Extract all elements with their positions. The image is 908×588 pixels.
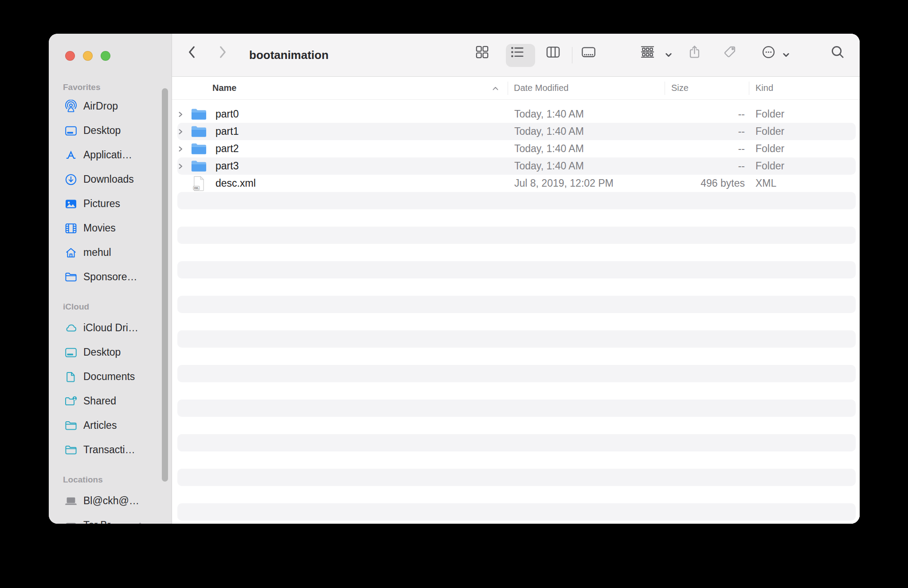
sidebar-sections: FavoritesAirDropDesktopApplicati…Downloa… xyxy=(49,82,172,524)
screen: FavoritesAirDropDesktopApplicati…Downloa… xyxy=(0,0,908,588)
sidebar-section-items: iCloud Dri…DesktopDocumentsSharedArticle… xyxy=(49,316,172,462)
group-button[interactable] xyxy=(640,44,661,66)
row-stripe xyxy=(177,469,856,486)
row-stripe xyxy=(177,400,856,417)
file-date-modified: Today, 1:40 AM xyxy=(514,140,584,157)
sidebar-item-label: Transacti… xyxy=(83,444,135,456)
search-button[interactable] xyxy=(830,44,851,66)
sidebar-item-label: Shared xyxy=(83,395,116,407)
eject-icon[interactable] xyxy=(135,521,145,524)
traffic-lights xyxy=(65,51,110,61)
gallery-view-button[interactable] xyxy=(581,44,602,66)
column-divider[interactable] xyxy=(508,82,508,95)
close-button[interactable] xyxy=(65,51,75,61)
share-button[interactable] xyxy=(687,44,708,66)
window-title: bootanimation xyxy=(249,48,329,62)
row-stripe xyxy=(177,192,856,209)
disclosure-chevron-icon[interactable] xyxy=(177,111,184,118)
sort-ascending-icon xyxy=(492,86,499,91)
disclosure-chevron-icon[interactable] xyxy=(177,146,184,152)
file-row-part2[interactable]: part2Today, 1:40 AM--Folder xyxy=(172,140,860,157)
file-row-part3[interactable]: part3Today, 1:40 AM--Folder xyxy=(172,157,860,175)
sidebar-item-airdrop[interactable]: AirDrop xyxy=(49,94,172,118)
sidebar-item-label: mehul xyxy=(83,247,111,259)
more-chevron-down-icon[interactable] xyxy=(783,51,790,59)
empty-row xyxy=(172,313,860,330)
disclosure-chevron-icon[interactable] xyxy=(177,163,184,169)
group-chevron-down-icon[interactable] xyxy=(665,51,673,59)
appstore-icon xyxy=(64,148,78,162)
sidebar-item-desktop[interactable]: Desktop xyxy=(49,118,172,143)
sidebar-item-label: Bl@ckh@… xyxy=(83,495,139,507)
sidebar-item-tor-br[interactable]: Tor Br xyxy=(49,513,172,524)
sidebar-item-articles[interactable]: Articles xyxy=(49,413,172,438)
downloads-icon xyxy=(64,172,78,187)
row-stripe xyxy=(177,434,856,451)
sidebar-item-desktop[interactable]: Desktop xyxy=(49,340,172,365)
folder-outline-icon xyxy=(64,419,78,433)
column-divider[interactable] xyxy=(665,82,665,95)
empty-row xyxy=(172,382,860,400)
forward-button[interactable] xyxy=(218,44,239,66)
row-stripe xyxy=(177,330,856,348)
sidebar-item-transacti[interactable]: Transacti… xyxy=(49,438,172,462)
sidebar-item-icloud-dri[interactable]: iCloud Dri… xyxy=(49,316,172,340)
column-divider[interactable] xyxy=(749,82,749,95)
list-view-button[interactable] xyxy=(510,44,531,66)
file-kind: Folder xyxy=(755,140,784,157)
file-kind: Folder xyxy=(755,106,784,123)
toolbar-divider xyxy=(572,47,572,63)
icon-view-button[interactable] xyxy=(474,44,496,66)
sidebar: FavoritesAirDropDesktopApplicati…Downloa… xyxy=(49,34,172,524)
row-stripe xyxy=(177,261,856,278)
sidebar-item-shared[interactable]: Shared xyxy=(49,389,172,413)
back-button[interactable] xyxy=(187,44,208,66)
disclosure-chevron-icon[interactable] xyxy=(177,129,184,135)
tag-button[interactable] xyxy=(722,44,743,66)
file-row-desc-xml[interactable]: XMLdesc.xmlJul 8, 2019, 12:02 PM496 byte… xyxy=(172,175,860,192)
empty-row xyxy=(172,503,860,521)
sidebar-item-pictures[interactable]: Pictures xyxy=(49,192,172,216)
empty-row xyxy=(172,330,860,348)
row-stripe xyxy=(177,365,856,382)
documents-icon xyxy=(64,370,78,384)
column-header-date-modified[interactable]: Date Modified xyxy=(514,77,568,99)
sidebar-item-mehul[interactable]: mehul xyxy=(49,240,172,265)
sidebar-section-locations: LocationsBl@ckh@…Tor Br xyxy=(49,474,172,524)
sidebar-item-label: AirDrop xyxy=(83,100,118,112)
column-header-name[interactable]: Name xyxy=(212,77,236,99)
svg-text:XML: XML xyxy=(194,187,199,189)
drive-icon xyxy=(64,518,78,524)
sidebar-section-icloud: iCloudiCloud Dri…DesktopDocumentsSharedA… xyxy=(49,302,172,462)
more-button[interactable] xyxy=(761,44,782,66)
empty-row xyxy=(172,486,860,503)
sidebar-item-downloads[interactable]: Downloads xyxy=(49,167,172,192)
sidebar-item-applicati[interactable]: Applicati… xyxy=(49,143,172,167)
empty-row xyxy=(172,365,860,382)
empty-row xyxy=(172,434,860,451)
sidebar-item-label: Desktop xyxy=(83,125,121,137)
sidebar-item-sponsore[interactable]: Sponsore… xyxy=(49,265,172,289)
file-size: 496 bytes xyxy=(665,175,749,192)
minimize-button[interactable] xyxy=(83,51,93,61)
empty-row xyxy=(172,244,860,261)
column-view-button[interactable] xyxy=(545,44,567,66)
sidebar-section-title: Locations xyxy=(63,474,172,485)
file-row-part0[interactable]: part0Today, 1:40 AM--Folder xyxy=(172,106,860,123)
zoom-button[interactable] xyxy=(101,51,110,61)
empty-row xyxy=(172,296,860,313)
empty-row xyxy=(172,227,860,244)
sidebar-item-movies[interactable]: Movies xyxy=(49,216,172,240)
sidebar-scrollbar[interactable] xyxy=(162,88,168,482)
file-size: -- xyxy=(665,140,749,157)
file-row-part1[interactable]: part1Today, 1:40 AM--Folder xyxy=(172,123,860,140)
row-stripe xyxy=(177,296,856,313)
sidebar-item-documents[interactable]: Documents xyxy=(49,365,172,389)
sidebar-item-bl-ckh[interactable]: Bl@ckh@… xyxy=(49,489,172,513)
column-header-kind[interactable]: Kind xyxy=(755,77,773,99)
empty-row xyxy=(172,192,860,209)
column-header-size[interactable]: Size xyxy=(671,77,689,99)
file-date-modified: Jul 8, 2019, 12:02 PM xyxy=(514,175,614,192)
movies-icon xyxy=(64,221,78,235)
file-name: desc.xml xyxy=(215,175,256,192)
